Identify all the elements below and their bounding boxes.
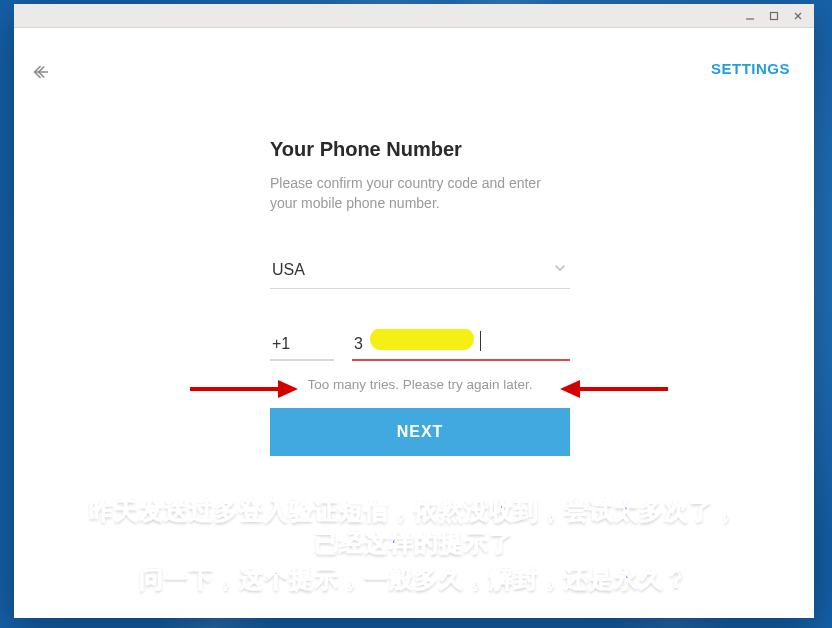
page-title: Your Phone Number	[270, 138, 570, 161]
next-button[interactable]: NEXT	[270, 408, 570, 456]
window-titlebar	[14, 4, 814, 28]
app-body: SETTINGS Your Phone Number Please confir…	[14, 28, 814, 618]
phone-number-input[interactable]: 3	[352, 329, 570, 361]
minimize-button[interactable]	[740, 8, 760, 24]
redaction-highlight	[370, 329, 474, 350]
back-button[interactable]	[28, 58, 56, 86]
country-label: USA	[272, 261, 305, 279]
chevron-down-icon	[552, 260, 568, 280]
svg-rect-1	[771, 12, 778, 19]
error-message: Too many tries. Please try again later.	[270, 377, 570, 392]
country-select[interactable]: USA	[270, 256, 570, 289]
close-button[interactable]	[788, 8, 808, 24]
text-caret	[480, 331, 481, 351]
phone-number-value: 3	[354, 335, 363, 353]
app-window: SETTINGS Your Phone Number Please confir…	[14, 4, 814, 618]
annotation-arrow-right	[560, 374, 670, 404]
annotation-text-2: 已经这样的提示了	[14, 526, 814, 560]
annotation-text-3: 问一下，这个提示，一般多久，解封，还是永久？	[14, 562, 814, 596]
login-form: Your Phone Number Please confirm your co…	[270, 138, 570, 456]
maximize-button[interactable]	[764, 8, 784, 24]
page-subtitle: Please confirm your country code and ent…	[270, 173, 570, 214]
settings-link[interactable]: SETTINGS	[711, 60, 790, 77]
country-code-input[interactable]	[270, 329, 334, 361]
annotation-text-1: 昨天发送过多登入验证短信，依然没收到，尝试太多次了，	[14, 494, 814, 528]
phone-row: 3	[270, 329, 570, 361]
